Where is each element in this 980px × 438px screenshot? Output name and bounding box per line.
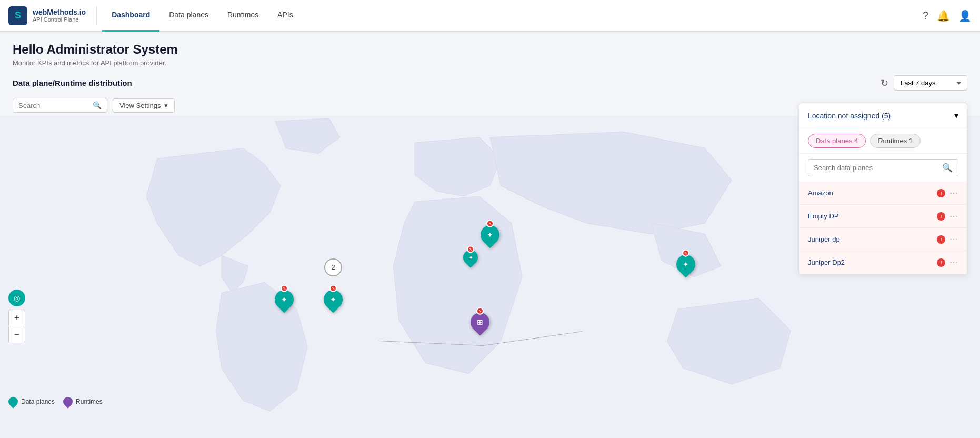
legend-dp-item: Data planes	[8, 397, 55, 406]
menu-dots-icon[interactable]: ⋯	[949, 234, 958, 244]
error-indicator: !	[937, 235, 945, 244]
header: S webMethods.io API Control Plane Dashbo…	[0, 0, 980, 32]
menu-dots-icon[interactable]: ⋯	[949, 257, 958, 267]
legend-rt-item: Runtimes	[63, 397, 103, 406]
dp-icon-5: ✦	[683, 260, 689, 268]
menu-dots-icon[interactable]: ⋯	[949, 211, 958, 221]
legend-dp-icon	[6, 395, 19, 408]
logo-text: webMethods.io API Control Plane	[33, 8, 86, 24]
tab-runtimes[interactable]: Runtimes 1	[870, 134, 921, 148]
legend-rt-icon	[61, 395, 74, 408]
cluster-count: 2	[324, 258, 342, 276]
dp-marker-1[interactable]: ✦ !	[275, 290, 294, 309]
nav-runtimes[interactable]: Runtimes	[218, 0, 268, 32]
search-icon: 🔍	[93, 101, 102, 110]
logo-area: S webMethods.io API Control Plane	[8, 6, 97, 25]
main-nav: Dashboard Data planes Runtimes APIs	[102, 0, 303, 32]
dp-icon-1: ✦	[281, 295, 287, 304]
panel-list-item[interactable]: Empty DP ! ⋯	[799, 205, 967, 228]
bell-icon[interactable]: 🔔	[937, 9, 950, 22]
refresh-icon[interactable]: ↻	[881, 77, 888, 89]
error-indicator: !	[937, 258, 945, 267]
section-title: Data plane/Runtime distribution	[13, 78, 132, 87]
time-select-area: ↻ Last 7 days Last 24 hours Last 30 days	[881, 75, 967, 91]
dp-marker-2[interactable]: ✦ !	[324, 290, 343, 309]
panel-search-input[interactable]	[814, 164, 939, 172]
panel-list-item[interactable]: Amazon ! ⋯	[799, 182, 967, 205]
user-icon[interactable]: 👤	[958, 9, 972, 22]
nav-dataplanes[interactable]: Data planes	[159, 0, 218, 32]
map-search-input[interactable]	[18, 102, 89, 110]
error-indicator: !	[937, 212, 945, 221]
panel-list-item[interactable]: Juniper Dp2 ! ⋯	[799, 251, 967, 274]
panel-item-name: Juniper dp	[808, 235, 840, 243]
panel-search-box[interactable]: 🔍	[808, 159, 958, 176]
zoom-in-button[interactable]: +	[8, 310, 25, 326]
view-settings-button[interactable]: View Settings ▾	[113, 98, 175, 113]
legend-dp-label: Data planes	[21, 398, 55, 405]
zoom-controls: + −	[8, 310, 25, 343]
rt-marker-1[interactable]: ⊞ !	[471, 313, 489, 332]
map-search-box[interactable]: 🔍	[13, 98, 107, 113]
main-content: Hello Administrator System Monitor KPIs …	[0, 32, 980, 438]
time-range-select[interactable]: Last 7 days Last 24 hours Last 30 days	[894, 75, 967, 91]
error-indicator: !	[937, 189, 945, 197]
page-subtitle: Monitor KPIs and metrics for API platfor…	[13, 59, 967, 67]
nav-dashboard[interactable]: Dashboard	[102, 0, 159, 32]
panel-list: Amazon ! ⋯ Empty DP ! ⋯ Juniper dp ! ⋯ J…	[799, 182, 967, 274]
chevron-down-icon: ▾	[164, 102, 168, 110]
top-bar: Data plane/Runtime distribution ↻ Last 7…	[13, 75, 967, 91]
menu-dots-icon[interactable]: ⋯	[949, 188, 958, 198]
compass-icon: ◎	[14, 294, 20, 302]
legend-rt-label: Runtimes	[76, 398, 103, 405]
panel-header[interactable]: Location not assigned (5) ▾	[799, 103, 967, 128]
panel-item-name: Empty DP	[808, 212, 839, 220]
page-title: Hello Administrator System	[13, 42, 967, 57]
brand-name: webMethods.io	[33, 8, 86, 17]
cluster-marker[interactable]: 2	[324, 258, 342, 276]
panel-item-right: ! ⋯	[937, 257, 958, 267]
dp-icon-4: ✦	[468, 254, 473, 261]
zoom-out-button[interactable]: −	[8, 326, 25, 343]
panel-header-title: Location not assigned (5)	[808, 112, 891, 120]
panel-item-name: Amazon	[808, 189, 833, 197]
brand-sub: API Control Plane	[33, 16, 86, 23]
panel-chevron-icon: ▾	[954, 111, 958, 121]
logo-icon: S	[8, 6, 27, 25]
help-icon[interactable]: ?	[923, 9, 928, 22]
right-panel: Location not assigned (5) ▾ Data planes …	[799, 103, 967, 275]
panel-tabs: Data planes 4 Runtimes 1	[799, 128, 967, 154]
panel-search-icon: 🔍	[942, 163, 953, 173]
panel-item-right: ! ⋯	[937, 211, 958, 221]
dp-marker-5[interactable]: ✦ !	[676, 255, 695, 274]
dp-icon-2: ✦	[330, 295, 336, 304]
dp-marker-3[interactable]: ✦ !	[481, 225, 499, 244]
panel-list-item[interactable]: Juniper dp ! ⋯	[799, 228, 967, 251]
tab-data-planes[interactable]: Data planes 4	[808, 134, 866, 148]
dp-marker-4[interactable]: ✦ !	[463, 250, 478, 265]
panel-item-name: Juniper Dp2	[808, 258, 845, 266]
header-right: ? 🔔 👤	[923, 9, 972, 22]
nav-apis[interactable]: APIs	[268, 0, 303, 32]
panel-item-right: ! ⋯	[937, 188, 958, 198]
compass-button[interactable]: ◎	[8, 290, 25, 306]
map-legend: Data planes Runtimes	[8, 397, 103, 406]
panel-item-right: ! ⋯	[937, 234, 958, 244]
dp-icon-3: ✦	[487, 231, 493, 239]
rt-icon-1: ⊞	[477, 318, 483, 326]
